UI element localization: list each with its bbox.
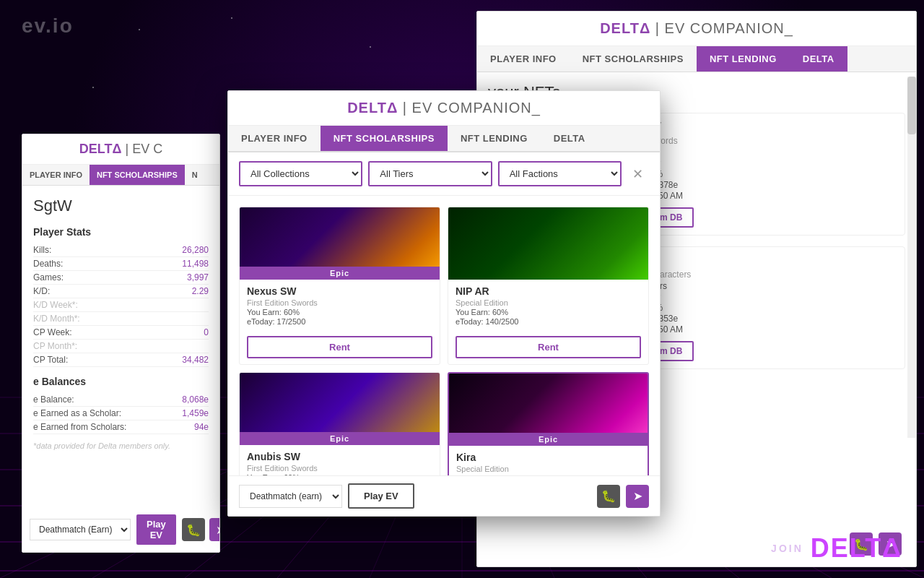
- bg-right-header: DELTΔ | EV COMPANION_: [477, 12, 916, 46]
- dialog-nav-lending[interactable]: NFT LENDING: [448, 126, 541, 151]
- bg-right-nav-delta[interactable]: DELTA: [790, 46, 847, 72]
- nip-image: None: [448, 207, 648, 280]
- kira-badge: Epic: [449, 433, 648, 446]
- dialog-header: DELTΔ | EV COMPANION_: [228, 91, 660, 126]
- stat-games: Games: 3,997: [33, 271, 209, 285]
- bg-right-nav-player[interactable]: PLAYER INFO: [477, 46, 570, 72]
- dialog-nav: PLAYER INFO NFT SCHOLARSHIPS NFT LENDING…: [228, 126, 660, 152]
- bg-left-export-icon[interactable]: ➤: [209, 518, 220, 541]
- stat-kd-month: K/D Month*:: [33, 312, 209, 326]
- bg-right-scrollbar[interactable]: [907, 77, 916, 438]
- nft-item-kira: Epic Kira Special Edition You Earn: 60% …: [448, 372, 649, 485]
- ev-logo: ev.io: [22, 14, 74, 38]
- anubis-image: Epic: [240, 373, 440, 445]
- anubis-name: Anubis SW: [247, 451, 432, 462]
- bg-left-nav-player[interactable]: PLAYER INFO: [22, 165, 90, 185]
- bg-right-nav-scholarships[interactable]: NFT SCHOLARSHIPS: [570, 46, 697, 72]
- anubis-badge: Epic: [240, 432, 440, 445]
- balance-e-label: e Balance:: [33, 394, 74, 405]
- collections-filter[interactable]: All Collections First Edition Swords Spe…: [239, 161, 362, 186]
- dialog-bottom-left: Deathmatch (earn) Team Deathmatch Free f…: [239, 483, 414, 509]
- stat-kd-month-label: K/D Month*:: [33, 314, 80, 324]
- scrollbar-thumb: [907, 77, 916, 134]
- balance-scholars: e Earned from Scholars: 94e: [33, 420, 209, 434]
- nexus-name: Nexus SW: [247, 285, 432, 297]
- nft-item-anubis: Epic Anubis SW First Edition Swords You …: [239, 372, 440, 485]
- stat-kd-label: K/D:: [33, 286, 50, 296]
- bg-left-header: DELTΔ | EV C: [22, 134, 219, 165]
- stat-deaths-label: Deaths:: [33, 259, 63, 269]
- dialog-bottom: Deathmatch (earn) Team Deathmatch Free f…: [228, 475, 660, 516]
- stat-kd-value: 2.29: [192, 286, 209, 296]
- dialog-nav-delta[interactable]: DELTA: [541, 126, 598, 151]
- kira-name: Kira: [456, 452, 640, 463]
- nft-item-nexus: Epic Nexus SW First Edition Swords You E…: [239, 207, 440, 365]
- nexus-rent-button[interactable]: Rent: [247, 336, 432, 358]
- stat-cp-month: CP Month*:: [33, 340, 209, 353]
- bg-left-nav: PLAYER INFO NFT SCHOLARSHIPS N: [22, 165, 219, 186]
- nip-info: NIP AR Special Edition You Earn: 60% eTo…: [448, 280, 648, 332]
- bg-right-nav-lending[interactable]: NFT LENDING: [697, 46, 790, 72]
- nip-subtitle: Special Edition: [456, 298, 641, 307]
- nft-item-nip: None NIP AR Special Edition You Earn: 60…: [448, 207, 649, 365]
- delta-logo: DELTΔ: [811, 533, 902, 564]
- dialog-export-icon-btn[interactable]: ➤: [626, 485, 649, 508]
- anubis-subtitle: First Edition Swords: [247, 464, 432, 473]
- bg-left-bottom: Deathmatch (Earn) Play EV 🐛 ➤: [30, 514, 212, 545]
- nip-earn: You Earn: 60%: [456, 308, 641, 316]
- stat-games-label: Games:: [33, 272, 64, 282]
- stat-cp-total: CP Total: 34,482: [33, 353, 209, 367]
- balances-title: e Balances: [33, 376, 209, 387]
- dialog-play-ev-button[interactable]: Play EV: [348, 483, 414, 509]
- balance-scholars-value: 94e: [194, 422, 209, 432]
- nexus-image: Epic: [240, 207, 440, 280]
- bg-right-title: DELTΔ | EV COMPANION_: [492, 20, 902, 37]
- nexus-subtitle: First Edition Swords: [247, 298, 432, 307]
- tiers-filter[interactable]: All Tiers Epic Legendary None: [368, 161, 492, 186]
- stat-kills-label: Kills:: [33, 245, 51, 255]
- stat-cp-total-label: CP Total:: [33, 355, 68, 365]
- nip-name: NIP AR: [456, 285, 641, 297]
- dialog-close-button[interactable]: ✕: [627, 163, 649, 185]
- nip-rent-button[interactable]: Rent: [456, 336, 641, 358]
- stat-cp-month-label: CP Month*:: [33, 341, 77, 351]
- stat-kills-value: 26,280: [182, 245, 209, 255]
- balance-e-value: 8,068e: [182, 394, 209, 405]
- bg-left-game-mode-select[interactable]: Deathmatch (Earn): [30, 519, 131, 540]
- bg-left-panel: DELTΔ | EV C PLAYER INFO NFT SCHOLARSHIP…: [22, 134, 220, 553]
- bg-left-title: DELTΔ | EV C: [33, 142, 209, 157]
- main-dialog: DELTΔ | EV COMPANION_ PLAYER INFO NFT SC…: [227, 90, 661, 517]
- nexus-badge: Epic: [240, 267, 440, 280]
- join-text: JOIN: [771, 543, 803, 554]
- balance-scholar-value: 1,459e: [182, 408, 209, 418]
- stat-deaths: Deaths: 11,498: [33, 257, 209, 271]
- stat-deaths-value: 11,498: [182, 259, 209, 269]
- dialog-bug-icon-btn[interactable]: 🐛: [597, 485, 620, 508]
- bg-left-body: SgtW Player Stats Kills: 26,280 Deaths: …: [22, 186, 219, 461]
- nip-badge: None: [448, 267, 648, 280]
- dialog-nav-scholarships[interactable]: NFT SCHOLARSHIPS: [321, 126, 448, 151]
- stat-games-value: 3,997: [187, 272, 209, 282]
- bg-right-nav: PLAYER INFO NFT SCHOLARSHIPS NFT LENDING…: [477, 46, 916, 72]
- dialog-title: DELTΔ | EV COMPANION_: [243, 100, 645, 116]
- bg-left-play-button[interactable]: Play EV: [136, 514, 176, 545]
- balance-scholar-label: e Earned as a Scholar:: [33, 408, 121, 418]
- dialog-game-mode-select[interactable]: Deathmatch (earn) Team Deathmatch Free f…: [239, 485, 342, 508]
- stat-kd-week-label: K/D Week*:: [33, 300, 78, 310]
- kira-subtitle: Special Edition: [456, 465, 640, 473]
- bg-left-bottom-icons: 🐛 ➤: [182, 518, 220, 541]
- dialog-filters: All Collections First Edition Swords Spe…: [228, 152, 660, 196]
- nexus-earn: You Earn: 60%: [247, 308, 432, 316]
- nexus-today: eToday: 17/2500: [247, 317, 432, 326]
- player-name: SgtW: [33, 197, 209, 215]
- bg-left-nav-other[interactable]: N: [185, 165, 205, 185]
- factions-filter[interactable]: All Factions Ronin Sinisters Angels: [498, 161, 622, 186]
- player-stats-title: Player Stats: [33, 226, 209, 238]
- dialog-nav-player[interactable]: PLAYER INFO: [228, 126, 321, 151]
- balance-scholars-label: e Earned from Scholars:: [33, 422, 126, 432]
- nft-grid: Epic Nexus SW First Edition Swords You E…: [228, 196, 660, 485]
- stat-cp-total-value: 34,482: [182, 355, 209, 365]
- nip-today: eToday: 140/2500: [456, 317, 641, 326]
- bg-left-bug-icon[interactable]: 🐛: [182, 518, 205, 541]
- bg-left-nav-scholarships[interactable]: NFT SCHOLARSHIPS: [90, 165, 185, 185]
